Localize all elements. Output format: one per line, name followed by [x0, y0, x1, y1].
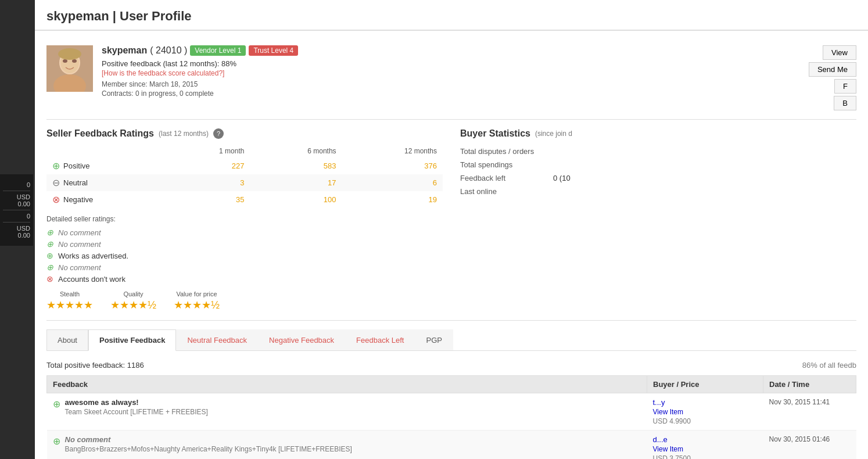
spendings-label: Total spendings	[460, 158, 553, 171]
fb2-text: No comment	[65, 435, 352, 444]
col-date-time: Date / Time	[763, 376, 856, 393]
fb2-positive-icon: ⊕	[53, 436, 60, 447]
vendor-badge: Vendor Level 1	[190, 45, 246, 56]
ratings-table: 1 month 6 months 12 months ⊕ Positive	[46, 145, 443, 208]
fb1-buyer[interactable]: t...y	[653, 398, 758, 407]
comment-negative-icon-5: ⊗	[46, 274, 53, 284]
col-feedback: Feedback	[47, 376, 647, 393]
table-row: Total disputes / orders	[460, 145, 856, 158]
profile-section: skypeman ( 24010 ) Vendor Level 1 Trust …	[46, 37, 856, 120]
tab-feedback-left[interactable]: Feedback Left	[345, 329, 415, 350]
total-positive-feedback: Total positive feedback: 1186	[46, 361, 144, 370]
profile-user-id: ( 24010 )	[150, 45, 187, 56]
tab-positive-feedback[interactable]: Positive Feedback	[88, 329, 176, 351]
neutral-circle-icon: ⊖	[52, 177, 60, 188]
fb2-view-item[interactable]: View Item	[653, 445, 758, 453]
table-row: ⊕ Positive 227 583 376	[46, 157, 443, 174]
buyer-section: Buyer Statistics (since join d Total dis…	[460, 128, 856, 311]
value-star-icons: ★★★★½	[174, 299, 220, 311]
comment-item-5: ⊗ Accounts don't work	[46, 273, 443, 285]
fb1-date: Nov 30, 2015 11:41	[769, 398, 851, 406]
sidebar-num-4: USD 0.00	[3, 223, 30, 241]
stealth-stars: Stealth ★★★★★	[46, 291, 93, 311]
positive-circle-icon: ⊕	[52, 160, 60, 171]
col-12months: 12 months	[342, 145, 443, 157]
feedback-left-label: Feedback left	[460, 171, 553, 185]
fb2-buyer[interactable]: d...e	[653, 435, 758, 444]
col-6months: 6 months	[250, 145, 342, 157]
sidebar-num-3: 0	[3, 210, 30, 223]
value-label: Value for price	[174, 291, 220, 297]
feedback-left-value: 0 (10	[553, 171, 856, 185]
table-row: ⊖ Neutral 3 17 6	[46, 174, 443, 191]
profile-username: skypeman	[102, 45, 147, 56]
trust-badge: Trust Level 4	[249, 45, 298, 56]
svg-point-5	[72, 59, 77, 63]
fb2-date: Nov 30, 2015 01:46	[769, 435, 851, 443]
tab-neutral-feedback[interactable]: Neutral Feedback	[176, 329, 258, 350]
negative-label: Negative	[63, 195, 93, 204]
table-row: Feedback left 0 (10	[460, 171, 856, 185]
tab-content-positive-feedback: Total positive feedback: 1186 86% of all…	[46, 351, 856, 459]
neutral-12months: 6	[342, 174, 443, 191]
stats-section: Seller Feedback Ratings (last 12 months)…	[46, 120, 856, 321]
avatar	[46, 45, 93, 92]
comment-positive-icon-1: ⊕	[46, 228, 53, 237]
page-title: skypeman | User Profile	[35, 0, 868, 31]
fb1-text: awesome as always!	[65, 398, 208, 407]
disputes-label: Total disputes / orders	[460, 145, 553, 158]
fb1-sub: Team Skeet Account [LIFETIME + FREEBIES]	[65, 408, 208, 416]
col-1month: 1 month	[166, 145, 250, 157]
buyer-section-subtitle: (since join d	[535, 130, 572, 138]
fb1-view-item[interactable]: View Item	[653, 408, 758, 416]
comment-positive-icon-3: ⊕	[46, 251, 53, 260]
quality-star-icons: ★★★★½	[110, 299, 156, 311]
svg-point-6	[58, 48, 81, 60]
last-online-value	[553, 185, 856, 198]
seller-section-title: Seller Feedback Ratings	[46, 128, 154, 139]
negative-1month: 35	[166, 191, 250, 208]
profile-info: skypeman ( 24010 ) Vendor Level 1 Trust …	[102, 45, 809, 98]
positive-label: Positive	[63, 162, 90, 170]
tab-about[interactable]: About	[46, 329, 88, 350]
disputes-value	[553, 145, 856, 158]
feedback-table: Feedback Buyer / Price Date / Time ⊕ awe…	[46, 375, 856, 459]
comment-item-3: ⊕ Works as advertised.	[46, 250, 443, 261]
comment-item-1: ⊕ No comment	[46, 227, 443, 238]
send-message-button[interactable]: Send Me	[809, 62, 856, 77]
detailed-ratings-label: Detailed seller ratings:	[46, 215, 443, 223]
help-icon[interactable]: ?	[213, 128, 224, 139]
seller-section-subtitle: (last 12 months)	[159, 130, 209, 138]
view-button[interactable]: View	[823, 45, 856, 60]
comment-positive-icon-4: ⊕	[46, 263, 53, 272]
tabs-container: About Positive Feedback Neutral Feedback…	[46, 329, 856, 351]
table-row: ⊗ Negative 35 100 19	[46, 191, 443, 208]
feedback-calc-link[interactable]: [How is the feedback score calculated?]	[102, 69, 809, 77]
value-stars: Value for price ★★★★½	[174, 291, 220, 311]
positive-6months: 583	[250, 157, 342, 174]
fb2-sub: BangBros+Brazzers+Mofos+Naughty America+…	[65, 445, 352, 453]
seller-section: Seller Feedback Ratings (last 12 months)…	[46, 128, 443, 311]
quality-label: Quality	[110, 291, 156, 297]
svg-point-4	[63, 59, 67, 63]
b-button[interactable]: B	[834, 96, 856, 110]
quality-stars: Quality ★★★★½	[110, 291, 156, 311]
member-since: Member since: March 18, 2015	[102, 80, 809, 88]
tab-pgp[interactable]: PGP	[415, 329, 453, 350]
feedback-row-1: ⊕ awesome as always! Team Skeet Account …	[47, 393, 856, 431]
table-row: Last online	[460, 185, 856, 198]
fb1-price: USD 4.9900	[653, 417, 758, 425]
negative-6months: 100	[250, 191, 342, 208]
neutral-label: Neutral	[63, 178, 88, 187]
user-avatar-image	[46, 45, 93, 92]
f-button[interactable]: F	[834, 79, 856, 94]
tab-negative-feedback[interactable]: Negative Feedback	[258, 329, 345, 350]
fb2-price: USD 3.7500	[653, 454, 758, 459]
feedback-text: Positive feedback (last 12 months): 88%	[102, 59, 809, 68]
last-online-label: Last online	[460, 185, 553, 198]
comment-positive-icon-2: ⊕	[46, 239, 53, 249]
sidebar-numbers: 0 USD 0.00 0 USD 0.00	[0, 174, 33, 246]
detailed-ratings: Detailed seller ratings: ⊕ No comment ⊕ …	[46, 215, 443, 285]
table-row: Total spendings	[460, 158, 856, 171]
negative-circle-icon: ⊗	[52, 194, 60, 205]
